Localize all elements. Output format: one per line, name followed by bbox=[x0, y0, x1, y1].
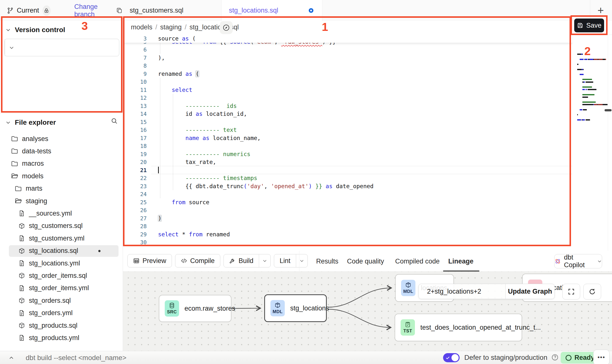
change-branch-link[interactable]: Change branch bbox=[74, 3, 110, 18]
save-button[interactable]: Save bbox=[574, 19, 604, 32]
tab-compiled-code[interactable]: Compiled code bbox=[395, 251, 440, 272]
code-line-15[interactable]: 15 bbox=[123, 118, 572, 126]
code-line-8[interactable]: 8 bbox=[123, 62, 572, 70]
code-line-25[interactable]: 25 from source bbox=[123, 198, 572, 206]
file-tree-item-staging[interactable]: staging bbox=[0, 195, 123, 207]
create-branch-button[interactable]: Create branch bbox=[4, 39, 119, 56]
minimap[interactable] bbox=[573, 35, 608, 264]
search-icon[interactable] bbox=[111, 117, 118, 125]
file-tree-item-stg-order-items-sql[interactable]: stg_order_items.sql bbox=[0, 269, 123, 282]
version-control-header[interactable]: Version control bbox=[5, 26, 65, 34]
code-line-19[interactable]: 19 ---------- numerics bbox=[123, 150, 572, 158]
collapse-panel-button[interactable] bbox=[6, 354, 17, 362]
tab-results[interactable]: Results bbox=[316, 251, 338, 272]
section-divider bbox=[0, 113, 123, 113]
dbt-copilot-button[interactable]: dbt Copilot bbox=[554, 254, 602, 268]
code-line-11[interactable]: 11 select bbox=[123, 86, 572, 94]
breadcrumb-models[interactable]: models bbox=[131, 23, 152, 31]
code-line-26[interactable]: 26 bbox=[123, 206, 572, 214]
file-tree-item-stg-customers-sql[interactable]: stg_customers.sql bbox=[0, 220, 123, 232]
more-options-button[interactable]: ••• bbox=[593, 350, 610, 364]
minimap-line bbox=[573, 54, 608, 55]
build-dropdown[interactable] bbox=[259, 254, 270, 267]
file-tree-item-stg-orders-sql[interactable]: stg_orders.sql bbox=[0, 294, 123, 307]
file-tree-item-stg-customers-yml[interactable]: stg_customers.yml bbox=[0, 232, 123, 244]
tab-bar-divider bbox=[590, 0, 590, 21]
lint-button[interactable]: Lint bbox=[274, 254, 308, 267]
tab-lineage-active[interactable]: Lineage bbox=[448, 251, 473, 272]
test-badge: TST bbox=[401, 319, 415, 336]
line-number: 3 bbox=[123, 35, 151, 43]
code-line-10[interactable]: 10 bbox=[123, 78, 572, 86]
lineage-selector-input[interactable]: 2+stg_locations+2 bbox=[419, 284, 505, 299]
git-branch-icon bbox=[7, 7, 14, 14]
file-tree-item-macros[interactable]: macros bbox=[0, 158, 123, 170]
create-branch-dropdown[interactable] bbox=[5, 39, 18, 56]
file-tree-item-marts[interactable]: marts bbox=[0, 182, 123, 195]
refresh-button[interactable] bbox=[583, 284, 601, 300]
lint-dropdown[interactable] bbox=[296, 254, 307, 267]
fullscreen-button[interactable] bbox=[562, 284, 580, 300]
code-line-13[interactable]: 13 ---------- ids bbox=[123, 102, 572, 110]
copy-icon[interactable] bbox=[116, 7, 122, 14]
code-line-23[interactable]: 23 {{ dbt.date_trunc('day', 'opened_at')… bbox=[123, 182, 572, 190]
file-explorer-title: File explorer bbox=[15, 119, 56, 126]
help-icon[interactable] bbox=[551, 354, 559, 361]
file-explorer-header[interactable]: File explorer bbox=[5, 119, 56, 126]
code-line-30[interactable]: 30 bbox=[123, 238, 572, 246]
tab-label: Compiled code bbox=[395, 258, 440, 265]
file-tree-item-stg-order-items-yml[interactable]: stg_order_items.yml bbox=[0, 282, 123, 294]
lineage-node-test[interactable]: TST test_does_location_opened_at_trunc_t… bbox=[395, 314, 522, 341]
pane-resize-handle[interactable] bbox=[605, 109, 612, 111]
code-line-14[interactable]: 14 id as location_id, bbox=[123, 110, 572, 118]
defer-toggle[interactable] bbox=[443, 353, 460, 362]
current-branch-label: Current bbox=[17, 7, 39, 14]
copilot-compass-button[interactable] bbox=[220, 21, 233, 34]
code-line-20[interactable]: 20 tax_rate, bbox=[123, 158, 572, 166]
code-editor[interactable]: 3source as (5 select * from {{ source('e… bbox=[123, 35, 573, 246]
command-input[interactable]: dbt build --select <model_name> bbox=[26, 354, 126, 362]
chevron-down-icon bbox=[299, 258, 304, 263]
tab-stg-customers[interactable]: stg_customers.sql bbox=[122, 0, 222, 21]
code-line-12[interactable]: 12 bbox=[123, 94, 572, 102]
tab-code-quality[interactable]: Code quality bbox=[347, 251, 384, 272]
code-line-3[interactable]: 3source as ( bbox=[123, 35, 572, 43]
lineage-canvas[interactable]: MDL locations locations bbox=[123, 272, 612, 351]
code-line-28[interactable]: 28 bbox=[123, 222, 572, 230]
file-tree-item-stg-products-yml[interactable]: stg_products.yml bbox=[0, 332, 123, 344]
build-button[interactable]: Build bbox=[224, 254, 271, 267]
file-name: stg_order_items.sql bbox=[29, 272, 87, 280]
file-tree-item-models[interactable]: models bbox=[0, 170, 123, 182]
code-line-17[interactable]: 17 name as location_name, bbox=[123, 134, 572, 142]
branch-status-area: Current Change branch bbox=[0, 0, 123, 21]
file-tree-item-analyses[interactable]: analyses bbox=[0, 133, 123, 145]
file-tree-item--sources-yml[interactable]: __sources.yml bbox=[0, 207, 123, 220]
lineage-node-source[interactable]: SRC ecom.raw_stores bbox=[159, 295, 231, 322]
update-graph-button[interactable]: Update Graph bbox=[505, 284, 554, 299]
code-line-9[interactable]: 9renamed as ( bbox=[123, 70, 572, 78]
file-tree-item-stg-products-sql[interactable]: stg_products.sql bbox=[0, 319, 123, 332]
tab-stg-locations-active[interactable]: stg_locations.sql bbox=[222, 0, 322, 21]
code-line-7[interactable]: 7), bbox=[123, 54, 572, 62]
code-line-29[interactable]: 29select * from renamed bbox=[123, 230, 572, 239]
code-line-18[interactable]: 18 bbox=[123, 142, 572, 150]
tab-label: stg_customers.sql bbox=[130, 7, 184, 14]
file-name: models bbox=[22, 172, 43, 180]
compile-button[interactable]: Compile bbox=[175, 254, 220, 267]
file-tree-item-stg-locations-sql[interactable]: stg_locations.sql bbox=[0, 245, 123, 257]
lineage-node-stg-locations[interactable]: MDL stg_locations bbox=[264, 294, 327, 322]
breadcrumb-staging[interactable]: staging bbox=[160, 23, 182, 31]
file-tree-item-data-tests[interactable]: data-tests bbox=[0, 145, 123, 157]
code-line-22[interactable]: 22 ---------- timestamps bbox=[123, 174, 572, 182]
code-line-27[interactable]: 27) bbox=[123, 214, 572, 222]
breadcrumb-row: models / staging / stg_locations.sql bbox=[123, 21, 612, 35]
file-tree-item-stg-locations-yml[interactable]: stg_locations.yml bbox=[0, 257, 123, 269]
minimap-line bbox=[573, 89, 608, 90]
code-line-21[interactable]: 21 bbox=[123, 166, 572, 174]
new-tab-button[interactable]: + bbox=[594, 3, 608, 17]
code-line-6[interactable]: 6 bbox=[123, 46, 572, 54]
code-line-24[interactable]: 24 bbox=[123, 190, 572, 198]
code-line-16[interactable]: 16 ---------- text bbox=[123, 126, 572, 134]
file-tree-item-stg-orders-yml[interactable]: stg_orders.yml bbox=[0, 307, 123, 319]
preview-button[interactable]: Preview bbox=[127, 254, 172, 267]
